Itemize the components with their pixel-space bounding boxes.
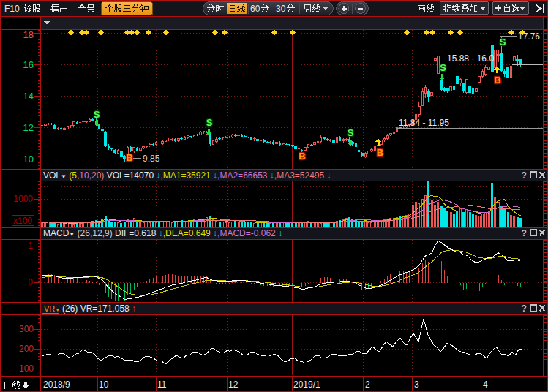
svg-text:?: ? — [522, 304, 527, 314]
svg-text:2018/9: 2018/9 — [43, 380, 70, 390]
svg-text:10: 10 — [99, 380, 109, 390]
svg-text:B: B — [377, 147, 383, 158]
svg-text:200: 200 — [19, 344, 34, 354]
svg-text:12: 12 — [23, 122, 34, 133]
svg-text:14: 14 — [23, 91, 34, 102]
svg-text:S: S — [94, 109, 100, 120]
svg-text:11.84 - 11.95: 11.84 - 11.95 — [399, 118, 449, 128]
svg-text:10: 10 — [23, 154, 34, 165]
svg-text:300: 300 — [19, 324, 34, 334]
svg-text:60: 60 — [250, 4, 260, 14]
svg-text:30: 30 — [276, 4, 286, 14]
svg-text:S: S — [500, 37, 506, 48]
svg-text:B: B — [494, 75, 500, 86]
svg-text:12: 12 — [228, 380, 239, 390]
svg-text:S: S — [348, 127, 354, 138]
svg-text:VOL▼ (5,10,20) VOL=14070 ↓,MA: VOL▼ (5,10,20) VOL=14070 ↓,MA1=35921 ↓,M… — [43, 170, 331, 181]
svg-text:100: 100 — [19, 363, 34, 374]
svg-text:4: 4 — [483, 380, 488, 390]
svg-text:x100: x100 — [13, 216, 32, 226]
svg-text:MACD▼ (26,12,9) DIF=0.618 ↓,D: MACD▼ (26,12,9) DIF=0.618 ↓,DEA=0.649 ↓,… — [43, 228, 282, 238]
svg-text:B: B — [126, 152, 132, 163]
svg-text:(26) VR=171.058 ↑: (26) VR=171.058 ↑ — [62, 304, 136, 314]
svg-text:3: 3 — [414, 380, 419, 390]
svg-text:B: B — [299, 151, 305, 162]
svg-text:F10: F10 — [4, 4, 20, 14]
svg-text:1000: 1000 — [13, 194, 33, 204]
svg-text:11: 11 — [157, 380, 167, 390]
svg-text:9.85: 9.85 — [143, 154, 160, 164]
svg-text:2019/1: 2019/1 — [293, 380, 320, 390]
svg-text:?: ? — [522, 170, 527, 181]
svg-text:18: 18 — [23, 29, 34, 40]
svg-text:?: ? — [522, 228, 527, 238]
svg-text:1: 1 — [28, 241, 33, 251]
svg-text:16: 16 — [23, 59, 34, 70]
svg-text:2: 2 — [365, 380, 370, 390]
svg-text:15.88 - 16.0: 15.88 - 16.0 — [447, 53, 494, 64]
svg-text:0: 0 — [28, 277, 33, 287]
svg-text:S: S — [206, 117, 213, 128]
svg-text:S: S — [440, 62, 446, 73]
